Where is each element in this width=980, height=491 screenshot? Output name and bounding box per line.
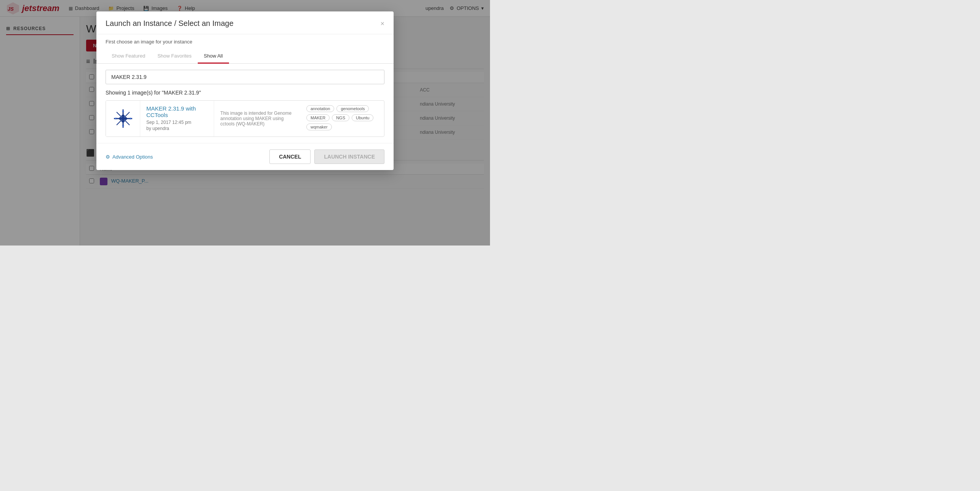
tag-genometools: genometools [336,105,369,112]
image-name: MAKER 2.31.9 with CCTools [146,105,208,118]
tag-annotation: annotation [306,105,334,112]
maker-image-icon [112,107,135,130]
modal-header: Launch an Instance / Select an Image × [96,11,394,34]
modal-subtitle: First choose an image for your instance [96,34,394,49]
image-card[interactable]: MAKER 2.31.9 with CCTools Sep 1, 2017 12… [106,100,384,137]
results-label: Showing 1 image(s) for "MAKER 2.31.9" [106,90,384,96]
tab-show-favorites[interactable]: Show Favorites [151,49,198,64]
modal-title: Launch an Instance / Select an Image [106,19,234,28]
image-description: This image is intended for Genome annota… [214,101,300,136]
modal-tabs: Show Featured Show Favorites Show All [96,49,394,64]
modal-body: Showing 1 image(s) for "MAKER 2.31.9" [96,64,394,143]
modal-close-button[interactable]: × [380,20,384,27]
image-tags: annotation genometools MAKER NGS Ubuntu … [300,101,384,136]
image-search-input[interactable] [106,70,384,84]
gear-icon: ⚙ [106,154,110,160]
modal: Launch an Instance / Select an Image × F… [96,11,394,170]
image-date: Sep 1, 2017 12:45 pm [146,120,208,125]
tag-ngs: NGS [332,114,349,121]
image-card-icon [106,101,140,136]
cancel-button[interactable]: CANCEL [269,149,311,164]
launch-instance-button[interactable]: LAUNCH INSTANCE [314,149,384,164]
tag-maker: MAKER [306,114,330,121]
tab-show-featured[interactable]: Show Featured [106,49,151,64]
modal-footer: ⚙ Advanced Options CANCEL LAUNCH INSTANC… [96,143,394,170]
modal-overlay: Launch an Instance / Select an Image × F… [0,0,490,246]
advanced-options-button[interactable]: ⚙ Advanced Options [106,154,153,160]
footer-actions: CANCEL LAUNCH INSTANCE [269,149,384,164]
tag-ubuntu: Ubuntu [352,114,373,121]
image-card-info: MAKER 2.31.9 with CCTools Sep 1, 2017 12… [140,101,214,136]
image-author: by upendra [146,126,208,131]
tab-show-all[interactable]: Show All [198,49,229,64]
tag-wqmaker: wqmaker [306,124,332,130]
